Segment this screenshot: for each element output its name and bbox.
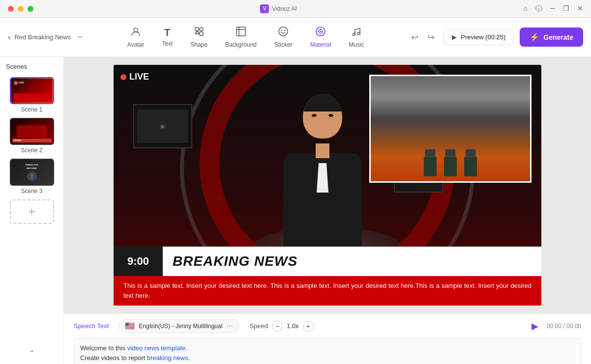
- window-minimize-icon[interactable]: ─: [550, 4, 555, 13]
- video-canvas[interactable]: 📺: [114, 65, 541, 306]
- add-scene-button[interactable]: +: [10, 199, 54, 224]
- insert-image[interactable]: [369, 75, 532, 183]
- avatar-eye-left: [312, 114, 317, 117]
- avatar-hair: [303, 94, 342, 112]
- tool-items: Avatar T Text Shape Background Sticker: [91, 22, 400, 52]
- edit-project-name-icon[interactable]: ✏: [78, 33, 83, 41]
- speed-decrease-button[interactable]: −: [272, 321, 283, 332]
- scene-item-3[interactable]: THANKS FOR WATCHING 👤 Scene 3: [4, 159, 59, 195]
- toolbar-actions: ↩ ↪ ▶ Preview (00:25) ⚡ Generate: [408, 28, 583, 47]
- scene1-label: Scene 1: [21, 106, 42, 113]
- app-name: Vidnoz AI: [272, 5, 296, 12]
- speed-label: Speed: [249, 322, 268, 330]
- scene2-label: Scene 2: [21, 147, 42, 154]
- breaking-news-text: BREAKING NEWS: [173, 253, 297, 269]
- svg-rect-3: [200, 32, 203, 35]
- speech-controls: Speech Text 🇺🇸 English(US) - Jenny Multi…: [74, 319, 581, 333]
- svg-point-5: [279, 27, 288, 36]
- generate-button[interactable]: ⚡ Generate: [520, 28, 583, 47]
- highlight-video-news: video news template: [127, 344, 186, 352]
- firefighter-1: [424, 149, 437, 176]
- sticker-label: Sticker: [274, 41, 293, 48]
- tool-avatar[interactable]: Avatar: [119, 22, 152, 52]
- collapse-button[interactable]: ⌄: [29, 345, 35, 354]
- avatar-icon: [130, 26, 141, 39]
- speech-text-label: Speech Text: [74, 322, 109, 330]
- redo-button[interactable]: ↪: [424, 30, 438, 45]
- scene-thumb-1[interactable]: LIVE: [10, 77, 54, 104]
- text-tool-icon: T: [164, 27, 170, 38]
- avatar-neck: [316, 143, 329, 158]
- breaking-text-block: BREAKING NEWS: [163, 247, 541, 276]
- firefighter-3: [464, 149, 477, 176]
- ff1-helmet: [425, 149, 436, 157]
- ff2-body: [444, 157, 457, 176]
- tool-sticker[interactable]: Sticker: [266, 22, 300, 52]
- svg-point-0: [134, 28, 138, 32]
- ff1-body: [424, 157, 437, 176]
- maximize-button[interactable]: [28, 6, 33, 12]
- back-button[interactable]: ‹ Red Breaking News ✏: [8, 33, 83, 42]
- svg-point-11: [353, 33, 355, 36]
- window-restore-icon[interactable]: ❐: [563, 4, 569, 13]
- window-controls[interactable]: [8, 6, 33, 12]
- speech-text-area[interactable]: Welcome to this video news template. Cre…: [74, 338, 581, 364]
- preview-icon: ▶: [452, 33, 457, 41]
- window-action-icons[interactable]: ⌂ ⓘ ─ ❐ ✕: [524, 4, 583, 13]
- time-counter: 00:00 / 00:08: [547, 323, 581, 330]
- shape-label: Shape: [190, 41, 207, 48]
- window-title: V Vidnoz AI: [33, 4, 524, 13]
- scenes-sidebar: Scenes LIVE Scene 1: [0, 57, 64, 364]
- app-logo: V: [260, 4, 269, 13]
- ff3-helmet: [465, 149, 476, 157]
- material-tool-icon: [315, 26, 326, 39]
- sample-text-content: This is a sample text. Insert your desir…: [123, 281, 532, 300]
- studio-background: 📺: [114, 65, 541, 306]
- speed-increase-button[interactable]: +: [303, 321, 314, 332]
- live-text: LIVE: [129, 72, 149, 82]
- language-selector[interactable]: 🇺🇸 English(US) - Jenny Multilingual ⋯: [118, 319, 239, 333]
- scene1-preview: LIVE: [11, 78, 53, 103]
- more-options-icon[interactable]: ⋯: [226, 322, 233, 330]
- svg-point-10: [320, 31, 322, 32]
- us-flag-icon: 🇺🇸: [125, 321, 135, 331]
- time-block: 9:00: [114, 247, 163, 276]
- tool-shape[interactable]: Shape: [182, 22, 215, 52]
- speech-text-content: Welcome to this video news template. Cre…: [80, 343, 575, 364]
- speed-value: 1.0x: [287, 322, 299, 330]
- fire-image-placeholder: [371, 76, 530, 181]
- avatar-shirt: [313, 163, 332, 193]
- generate-label: Generate: [543, 33, 573, 41]
- sticker-tool-icon: [278, 26, 289, 39]
- window-close-icon[interactable]: ✕: [577, 4, 583, 13]
- close-button[interactable]: [8, 6, 14, 12]
- scene-item-1[interactable]: LIVE Scene 1: [4, 77, 59, 113]
- bg-monitor-1: 📺: [133, 104, 192, 148]
- back-arrow-icon: ‹: [8, 33, 10, 42]
- tool-material[interactable]: Material: [302, 22, 339, 52]
- play-button[interactable]: ▶: [528, 319, 542, 333]
- preview-button[interactable]: ▶ Preview (00:25): [443, 29, 514, 45]
- avatar-eye-right: [328, 114, 333, 117]
- tool-background[interactable]: Background: [217, 22, 265, 52]
- undo-button[interactable]: ↩: [408, 30, 421, 45]
- background-label: Background: [225, 41, 257, 48]
- window-chrome: V Vidnoz AI ⌂ ⓘ ─ ❐ ✕: [0, 0, 591, 18]
- minimize-button[interactable]: [18, 6, 24, 12]
- audio-controls: ▶ 00:00 / 00:08: [528, 319, 581, 333]
- live-badge: LIVE: [120, 72, 149, 82]
- music-label: Music: [349, 41, 364, 48]
- info-icon[interactable]: ⓘ: [535, 4, 542, 13]
- scene-item-2[interactable]: BREAKING Scene 2: [4, 118, 59, 154]
- generate-icon: ⚡: [530, 32, 539, 42]
- scene-thumb-2[interactable]: BREAKING: [10, 118, 54, 145]
- tool-music[interactable]: Music: [341, 22, 372, 52]
- sample-text-bar: This is a sample text. Insert your desir…: [114, 276, 541, 306]
- canvas-area: 📺: [64, 57, 591, 313]
- tool-text[interactable]: T Text: [154, 23, 180, 51]
- home-icon[interactable]: ⌂: [524, 4, 528, 13]
- time-total: 00:08: [566, 323, 581, 330]
- music-tool-icon: [351, 26, 362, 39]
- scene-thumb-3[interactable]: THANKS FOR WATCHING 👤: [10, 159, 54, 186]
- svg-rect-1: [195, 28, 199, 31]
